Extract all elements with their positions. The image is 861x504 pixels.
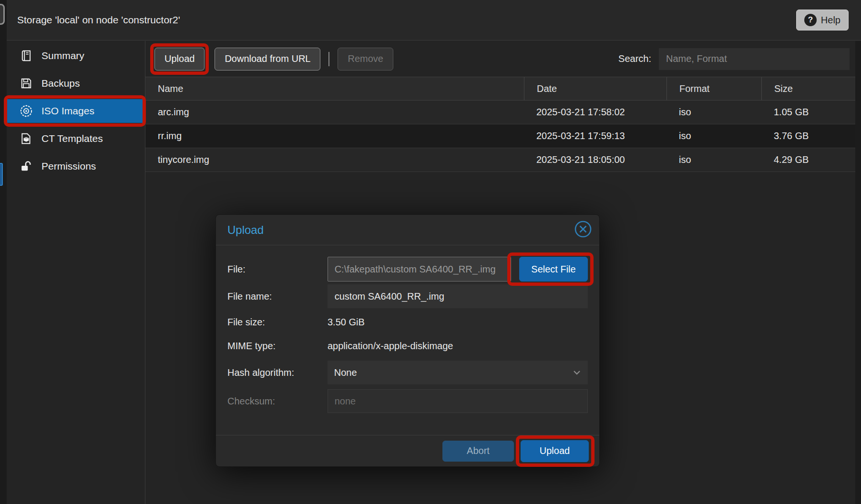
floppy-icon (19, 77, 33, 90)
help-button[interactable]: ? Help (796, 10, 849, 30)
table-header-row: Name Date Format Size (145, 77, 861, 101)
sidebar-item-ct-templates[interactable]: CT Templates (7, 127, 145, 151)
iso-table: Name Date Format Size arc.img 2025-03-21… (145, 77, 861, 172)
search-input[interactable] (659, 48, 850, 70)
checksum-field (328, 389, 588, 413)
title-bar: Storage 'local' on node 'constructor2' ?… (7, 0, 861, 40)
cell-size: 3.76 GB (761, 131, 861, 141)
search-label: Search: (618, 53, 651, 64)
dialog-title: Upload (227, 223, 264, 237)
dialog-header[interactable]: Upload (216, 215, 599, 245)
column-header-name[interactable]: Name (145, 77, 524, 100)
hash-algorithm-value: None (334, 367, 357, 378)
close-button[interactable] (574, 221, 593, 240)
left-crop-strip (0, 0, 7, 504)
mime-type-value: application/x-apple-diskimage (328, 341, 453, 352)
sidebar-item-summary[interactable]: Summary (7, 44, 145, 68)
cell-name: rr.img (145, 131, 524, 141)
file-name-label: File name: (227, 291, 328, 302)
toolbar: Upload Download from URL Remove Search: (145, 41, 861, 77)
cell-size: 1.05 GB (761, 107, 861, 118)
table-row[interactable]: tinycore.img 2025-03-21 18:05:00 iso 4.2… (145, 148, 861, 172)
hash-algorithm-select[interactable]: None (328, 361, 588, 384)
cell-name: tinycore.img (145, 154, 524, 165)
sidebar-item-label: Summary (41, 50, 84, 61)
template-icon (19, 132, 33, 145)
sidebar-item-label: ISO Images (41, 105, 94, 117)
select-file-button[interactable]: Select File (519, 257, 588, 282)
upload-dialog: Upload File: Select File File name: File… (215, 214, 600, 467)
cell-format: iso (666, 154, 761, 165)
upload-button[interactable]: Upload (154, 48, 205, 71)
column-header-date[interactable]: Date (524, 77, 666, 100)
file-label: File: (227, 264, 328, 275)
sidebar-item-backups[interactable]: Backups (7, 71, 145, 95)
unlock-icon (19, 160, 33, 172)
checksum-label: Checksum: (227, 396, 328, 407)
cell-format: iso (666, 107, 761, 118)
file-path-field (328, 257, 511, 282)
abort-button[interactable]: Abort (442, 441, 514, 462)
help-button-label: Help (821, 15, 840, 26)
help-icon: ? (804, 14, 817, 26)
page-title: Storage 'local' on node 'constructor2' (17, 14, 180, 26)
file-size-value: 3.50 GiB (328, 317, 365, 328)
close-icon (574, 220, 593, 240)
cell-date: 2025-03-21 18:05:00 (524, 154, 666, 165)
sidebar-item-label: Permissions (41, 161, 96, 172)
toolbar-separator (328, 52, 329, 66)
cell-date: 2025-03-21 17:58:02 (524, 107, 666, 118)
chevron-down-icon (572, 367, 582, 380)
left-edge-partial-button (0, 4, 5, 25)
sidebar-item-label: CT Templates (41, 133, 103, 144)
sidebar-item-iso-images[interactable]: ISO Images (7, 99, 145, 123)
file-size-label: File size: (227, 317, 328, 328)
cell-format: iso (666, 131, 761, 141)
sidebar-item-permissions[interactable]: Permissions (7, 154, 145, 178)
cell-name: arc.img (145, 107, 524, 118)
scrollbar-track[interactable] (855, 41, 861, 504)
dialog-footer: Abort Upload (216, 435, 599, 466)
hash-algorithm-label: Hash algorithm: (227, 367, 328, 378)
disc-icon (19, 104, 33, 118)
sidebar: Summary Backups ISO Images CT Templates … (7, 41, 145, 504)
book-icon (19, 50, 33, 62)
mime-type-label: MIME type: (227, 341, 328, 352)
remove-button[interactable]: Remove (338, 48, 393, 71)
column-header-size[interactable]: Size (761, 77, 861, 100)
column-header-format[interactable]: Format (666, 77, 761, 100)
cell-date: 2025-03-21 17:59:13 (524, 131, 666, 141)
download-from-url-button[interactable]: Download from URL (215, 48, 320, 71)
file-name-field[interactable] (328, 284, 588, 308)
dialog-upload-button[interactable]: Upload (521, 440, 589, 462)
sidebar-item-label: Backups (41, 78, 80, 89)
left-edge-partial-selection (0, 163, 3, 186)
table-row[interactable]: arc.img 2025-03-21 17:58:02 iso 1.05 GB (145, 101, 861, 124)
cell-size: 4.29 GB (761, 154, 861, 165)
table-row[interactable]: rr.img 2025-03-21 17:59:13 iso 3.76 GB (145, 124, 861, 148)
dialog-body: File: Select File File name: File size: … (216, 245, 599, 424)
